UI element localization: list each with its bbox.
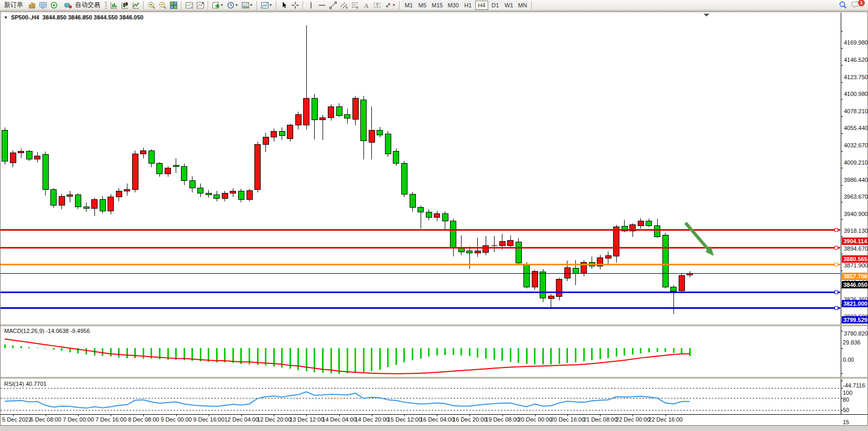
add-indicator-caret[interactable]: ▾ [221,3,225,7]
pane-separator-macd[interactable] [1,325,868,326]
line-handle[interactable] [834,307,838,310]
time-axis-label: 13 Dec 12:00 [290,416,324,423]
time-axis-label: 20 Dec 16:00 [551,416,585,423]
price-axis-label: 4009.210 [844,159,868,166]
svg-text:E: E [346,6,348,9]
toolbar-separator [256,1,258,9]
candle-body [451,221,456,247]
charts-icon[interactable] [27,1,37,10]
price-axis-label: 3963.670 [844,193,868,200]
candle-body [189,180,195,188]
candle-body [10,153,16,163]
candle-body [124,190,130,191]
arrows-tool-caret[interactable]: ▾ [393,3,397,7]
candle-body [573,268,578,273]
toolbar-separator [276,1,277,9]
price-axis-label: 3918.130 [844,228,868,234]
zoom-out-icon[interactable] [157,1,168,10]
chart-symbol-line: ▼ SP500-,H4 3844.850 3846.850 3844.550 3… [4,14,143,20]
text-label-icon[interactable]: T [372,1,382,10]
notifications-button[interactable]: 1 [851,1,864,10]
candle-body [181,166,187,180]
indicator-list-icon[interactable] [195,1,206,10]
candle-body [426,212,432,217]
equidistant-channel-icon[interactable]: E [339,1,349,10]
candle-body [271,131,277,137]
chart-symbol-period: SP500-,H4 [11,14,39,20]
timeframe-m1-button[interactable]: M1 [402,1,415,10]
time-axis-label: 6 Dec 08:00 [30,416,61,423]
rsi-axis-label: 100 [843,390,852,396]
timeframe-d1-button[interactable]: D1 [489,1,502,10]
chevron-down-icon[interactable]: ▼ [4,15,8,20]
candle-body [564,267,570,278]
line-handle[interactable] [834,290,838,294]
timeframe-m30-button[interactable]: M30 [445,1,460,10]
add-indicator-icon[interactable] [211,1,221,10]
candle-body [679,276,684,291]
svg-text:F: F [357,6,359,9]
candle-body [605,255,611,258]
price-level-tag: 3821.000 [842,300,868,307]
candle-body [295,115,301,125]
price-level-tag: 3880.565 [842,255,868,263]
candle-body [75,195,81,207]
time-axis-label: 22 Dec 16:00 [648,416,682,423]
candle-body [385,134,391,154]
search-icon[interactable] [838,1,848,10]
terminal-icon[interactable] [38,1,48,10]
text-icon[interactable]: A [361,1,371,10]
chart-style-caret[interactable]: ▾ [270,3,274,7]
timeframe-m5-button[interactable]: M5 [416,1,429,10]
tile-windows-icon[interactable] [168,1,179,10]
bar-chart-icon[interactable] [109,1,119,10]
main-toolbar: 新订单 自动交易 ▾ ▾ [0,0,868,10]
market-signal-icon[interactable] [49,1,59,10]
line-handle[interactable] [834,263,838,266]
candle-body [148,150,154,163]
timeframe-mn-button[interactable]: MN [516,1,529,10]
line-handle[interactable] [834,246,838,249]
toolbar-separator [208,1,209,9]
horizontal-line-icon[interactable] [317,1,327,10]
candle-body [638,221,644,226]
pane-separator-rsi[interactable] [1,377,868,379]
candle-body [516,242,521,263]
timeframe-h1-button[interactable]: H1 [462,1,475,10]
chart-window[interactable]: ▼ SP500-,H4 3844.850 3846.850 3844.550 3… [0,12,868,426]
candlestick-chart-icon[interactable] [120,1,130,10]
time-axis-label: 21 Dec 08:00 [583,416,617,423]
template-caret[interactable]: ▾ [250,3,254,7]
line-handle[interactable] [834,228,838,231]
timeframe-w1-button[interactable]: W1 [502,1,516,10]
trendline-icon[interactable] [328,1,338,10]
zoom-in-icon[interactable] [146,1,157,10]
candle-body [67,195,73,197]
vertical-line-icon[interactable] [306,1,316,10]
period-caret[interactable]: ▾ [235,3,240,7]
period-clock-icon[interactable] [226,1,236,10]
cursor-icon[interactable] [279,1,290,10]
candle-body [401,164,407,195]
template-icon[interactable] [240,1,251,10]
crosshair-icon[interactable] [290,1,301,10]
candle-body [222,193,228,199]
price-axis-label: 3894.670 [844,245,868,252]
fibonacci-icon[interactable]: F [350,1,360,10]
price-chart-canvas[interactable] [1,12,868,426]
timeframe-h4-button[interactable]: H4 [475,1,488,10]
time-axis-label: 7 Dec 00:00 [63,416,94,423]
chart-shift-marker [704,14,709,17]
candle-body [655,225,660,236]
arrows-tool-icon[interactable] [383,1,393,10]
chart-style-icon[interactable] [260,1,270,10]
line-chart-icon[interactable] [131,1,141,10]
timeframe-m15-button[interactable]: M15 [430,1,445,10]
candle-body [59,196,65,205]
candle-body [255,145,261,190]
indicator-window-icon[interactable] [184,1,195,10]
notification-badge: 1 [858,0,865,6]
new-order-button[interactable]: 新订单 [1,1,26,10]
autotrade-button[interactable]: 自动交易 [60,1,103,10]
time-axis-label: 9 Dec 16:00 [194,416,224,423]
